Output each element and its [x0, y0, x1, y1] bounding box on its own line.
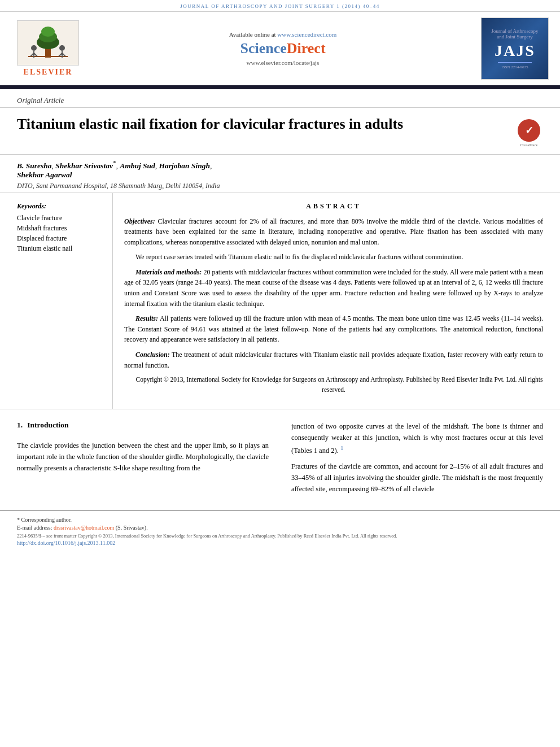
- intro-ref-1: 1: [340, 444, 344, 451]
- footer-copyright-small: 2214-9635/$ – see front matter Copyright…: [17, 533, 543, 539]
- abstract-para2: We report case series treated with Titan…: [124, 252, 543, 263]
- sciencedirect-url: www.sciencedirect.com: [277, 31, 336, 38]
- abstract-column: ABSTRACT Objectives: Clavicular fracture…: [113, 193, 560, 409]
- abstract-results: Results: All patients were followed up t…: [124, 313, 543, 345]
- svg-point-10: [59, 45, 65, 51]
- abstract-text: Objectives: Clavicular fractures account…: [124, 216, 543, 395]
- intro-number: 1.: [17, 421, 23, 430]
- intro-heading: Introduction: [27, 421, 68, 430]
- intro-left-col: 1. Introduction The clavicle provides th…: [0, 421, 280, 499]
- author-shekhar-srivastav: Shekhar Srivastav: [55, 161, 113, 170]
- objectives-text: Clavicular fractures account for 2% of a…: [124, 217, 543, 246]
- crossmark-icon: ✓: [518, 119, 540, 142]
- abstract-objectives: Objectives: Clavicular fractures account…: [124, 216, 543, 248]
- jajs-sub-top: Journal of Arthroscopyand Joint Surgery: [489, 28, 541, 40]
- footnote-corresponding: * Corresponding author.: [17, 517, 543, 523]
- methods-label: Materials and methods:: [135, 268, 202, 276]
- abstract-methods: Materials and methods: 20 patients with …: [124, 267, 543, 309]
- header-center: Available online at www.sciencedirect.co…: [85, 31, 481, 66]
- keywords-column: Keywords: Clavicle fracture Midshaft fra…: [0, 193, 113, 409]
- keywords-title: Keywords:: [17, 202, 103, 211]
- crossmark-label: CrossMark: [520, 143, 537, 147]
- abstract-title: ABSTRACT: [124, 202, 543, 211]
- intro-right-text: junction of two opposite curves at the l…: [291, 421, 543, 495]
- author-shekhar-agarwal: Shekhar Agarwal: [17, 171, 72, 179]
- conclusion-label: Conclusion:: [135, 351, 170, 359]
- abstract-conclusion: Conclusion: The treatment of adult midcl…: [124, 350, 543, 370]
- abstract-copyright: Copyright © 2013, International Society …: [124, 375, 543, 395]
- objectives-label: Objectives:: [124, 217, 155, 225]
- svg-point-6: [31, 45, 37, 51]
- intro-para1-left: The clavicle provides the junction betwe…: [17, 440, 269, 474]
- footer-area: * Corresponding author. E-mail address: …: [0, 510, 560, 552]
- jajs-logo: Journal of Arthroscopyand Joint Surgery …: [481, 18, 549, 80]
- conclusion-text: The treatment of adult midclavicular fra…: [124, 351, 543, 369]
- email-label: E-mail address:: [17, 525, 54, 531]
- main-content: Keywords: Clavicle fracture Midshaft fra…: [0, 193, 560, 409]
- elsevier-url: www.elsevier.com/locate/jajs: [85, 59, 481, 66]
- intro-para1-right: junction of two opposite curves at the l…: [291, 421, 543, 456]
- email-address: drssrivastav@hotmail.com: [54, 525, 114, 531]
- footer-doi: http://dx.doi.org/10.1016/j.jajs.2013.11…: [17, 540, 543, 546]
- available-online-text: Available online at www.sciencedirect.co…: [85, 31, 481, 38]
- affiliation: DITO, Sant Parmanand Hospital, 18 Shamna…: [17, 182, 543, 190]
- header-area: ELSEVIER Available online at www.science…: [0, 12, 560, 87]
- elsevier-label: ELSEVIER: [24, 68, 73, 77]
- intro-right-text-content: junction of two opposite curves at the l…: [291, 422, 543, 455]
- intro-right-col: junction of two opposite curves at the l…: [280, 421, 560, 499]
- footnote-email: E-mail address: drssrivastav@hotmail.com…: [17, 525, 543, 531]
- svg-point-5: [41, 27, 55, 37]
- authors-line-2: Shekhar Agarwal: [17, 171, 543, 180]
- elsevier-logo: ELSEVIER: [11, 20, 85, 77]
- authors-line: B. Suresha, Shekhar Srivastav*, Ambuj Su…: [17, 159, 543, 171]
- journal-bar: JOURNAL OF ARTHROSCOPY AND JOINT SURGERY…: [0, 0, 560, 12]
- keyword-2: Midshaft fractures: [17, 224, 103, 233]
- journal-bar-text: JOURNAL OF ARTHROSCOPY AND JOINT SURGERY…: [180, 3, 379, 9]
- email-suffix: (S. Srivastav).: [114, 525, 147, 531]
- article-type: Original Article: [0, 89, 560, 108]
- sciencedirect-title: ScienceDirect: [85, 40, 481, 57]
- footnote-corresponding-text: * Corresponding author.: [17, 517, 72, 523]
- title-section: Titanium elastic nail fixation for clavi…: [0, 108, 560, 155]
- introduction-section: 1. Introduction The clavicle provides th…: [0, 409, 560, 499]
- crossmark-badge: ✓ CrossMark: [515, 119, 543, 147]
- keyword-1: Clavicle fracture: [17, 214, 103, 222]
- author-ambuj-sud: Ambuj Sud: [120, 161, 155, 170]
- author-harjoban-singh: Harjoban Singh: [159, 161, 210, 170]
- authors-section: B. Suresha, Shekhar Srivastav*, Ambuj Su…: [0, 155, 560, 193]
- article-type-label: Original Article: [17, 96, 64, 104]
- author-b-suresha: B. Suresha: [17, 161, 52, 170]
- intro-left-text: The clavicle provides the junction betwe…: [17, 440, 269, 474]
- doi-link: http://dx.doi.org/10.1016/j.jajs.2013.11…: [17, 540, 115, 546]
- keyword-4: Titanium elastic nail: [17, 244, 103, 253]
- keyword-3: Displaced fracture: [17, 234, 103, 243]
- elsevier-tree-image: [17, 20, 79, 65]
- intro-para2: Fractures of the clavicle are common, an…: [291, 461, 543, 495]
- results-text: All patients were followed up till the f…: [124, 314, 543, 343]
- article-title: Titanium elastic nail fixation for clavi…: [17, 115, 403, 134]
- results-label: Results:: [135, 314, 158, 322]
- corresponding-star: *: [113, 159, 116, 166]
- jajs-logo-text: JAJS: [495, 42, 535, 60]
- jajs-sub-bottom: ISSN 2214-9635: [501, 65, 528, 69]
